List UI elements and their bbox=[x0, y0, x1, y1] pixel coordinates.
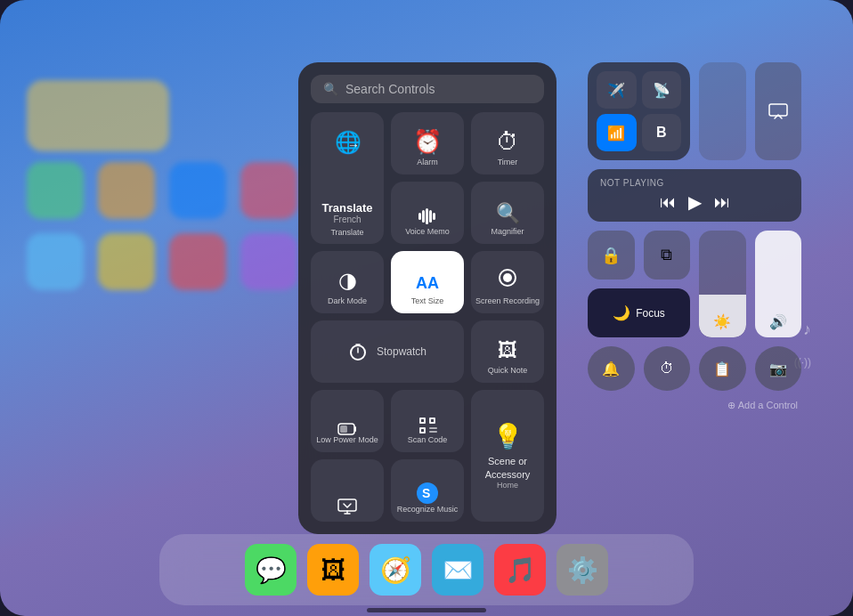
blur-icon-7 bbox=[169, 233, 226, 290]
translate-icon: 🌐 → bbox=[331, 128, 363, 166]
scan-code-icon bbox=[418, 416, 437, 435]
screen-recording-label: Screen Recording bbox=[475, 296, 540, 306]
volume-slider[interactable]: 🔊 bbox=[755, 231, 802, 337]
text-size-label: Text Size bbox=[411, 296, 444, 306]
network-block: ✈️ 📡 📶 B bbox=[588, 62, 690, 160]
timer-label: Timer bbox=[498, 158, 518, 167]
dark-mode-label: Dark Mode bbox=[328, 296, 367, 306]
scan-code-label: Scan Code bbox=[408, 435, 448, 445]
dark-mode-control[interactable]: ◑ Dark Mode bbox=[311, 251, 384, 313]
low-power-control[interactable]: Low Power Mode bbox=[311, 390, 384, 452]
home-indicator bbox=[367, 608, 486, 612]
camera-button[interactable]: 📷 bbox=[755, 346, 802, 391]
translate-label: Translate bbox=[318, 228, 377, 237]
quick-note-control[interactable]: 🖼 Quick Note bbox=[471, 320, 544, 383]
blur-icon-1 bbox=[27, 162, 84, 219]
svg-rect-14 bbox=[354, 426, 356, 432]
screen-recording-icon bbox=[498, 268, 517, 293]
notes-button[interactable]: 📋 bbox=[699, 346, 746, 391]
blur-icon-2 bbox=[98, 162, 155, 219]
dock-photos[interactable]: 🖼 bbox=[307, 544, 359, 596]
recognize-music-label: Recognize Music bbox=[397, 505, 459, 515]
translate-subtitle: French bbox=[318, 215, 377, 224]
next-track-button[interactable]: ⏭ bbox=[714, 193, 730, 212]
stopwatch-control[interactable]: Stopwatch bbox=[311, 320, 464, 383]
scene-accessory-control[interactable]: 💡 Scene or Accessory Home bbox=[471, 390, 544, 522]
alarm-label: Alarm bbox=[417, 158, 438, 167]
quick-note-label: Quick Note bbox=[488, 366, 528, 376]
focus-label: Focus bbox=[636, 307, 665, 320]
svg-rect-21 bbox=[421, 429, 424, 432]
empty-slot bbox=[699, 62, 746, 160]
svg-text:S: S bbox=[422, 486, 430, 500]
low-power-icon bbox=[337, 423, 357, 435]
left-panel-blurred bbox=[27, 80, 276, 290]
magnifier-control[interactable]: 🔍 Magnifier bbox=[471, 182, 544, 244]
bell-button[interactable]: 🔔 bbox=[588, 346, 635, 391]
recognize-music-control[interactable]: S Recognize Music bbox=[391, 459, 464, 522]
dock-messages[interactable]: 💬 bbox=[245, 544, 297, 596]
scan-code-control[interactable]: Scan Code bbox=[391, 390, 464, 452]
moon-icon: 🌙 bbox=[613, 304, 630, 321]
svg-rect-3 bbox=[418, 213, 421, 220]
timer-control[interactable]: ⏱ Timer bbox=[471, 112, 544, 174]
dock: 💬 🖼 🧭 ✉️ 🎵 ⚙️ bbox=[159, 534, 694, 605]
svg-rect-20 bbox=[431, 419, 434, 422]
play-pause-button[interactable]: ▶ bbox=[688, 191, 702, 213]
magnifier-label: Magnifier bbox=[491, 227, 524, 237]
dock-music[interactable]: 🎵 bbox=[494, 544, 546, 596]
blur-icon-8 bbox=[240, 233, 297, 290]
quick-note-icon: 🖼 bbox=[498, 339, 517, 362]
svg-text:→: → bbox=[347, 138, 360, 152]
bottom-controls-row: 🔔 ⏱ 📋 📷 bbox=[588, 346, 801, 391]
add-control-label[interactable]: ⊕ Add a Control bbox=[588, 400, 801, 411]
blur-icon-6 bbox=[98, 233, 155, 290]
focus-button[interactable]: 🌙 Focus bbox=[588, 288, 690, 337]
search-bar[interactable]: 🔍 Search Controls bbox=[311, 75, 544, 103]
scene-icon: 💡 bbox=[492, 422, 524, 451]
text-size-icon: AA bbox=[416, 274, 439, 293]
stopwatch-label: Stopwatch bbox=[377, 345, 426, 358]
svg-rect-5 bbox=[426, 208, 428, 224]
wifi-button[interactable]: 📶 bbox=[597, 114, 637, 151]
brightness-icon: ☀️ bbox=[713, 313, 731, 330]
search-icon: 🔍 bbox=[323, 82, 338, 96]
shazam-icon: S bbox=[416, 482, 439, 505]
svg-rect-4 bbox=[422, 210, 425, 223]
timer-button[interactable]: ⏱ bbox=[644, 346, 691, 391]
screen-recording-control[interactable]: Screen Recording bbox=[471, 251, 544, 313]
hotspot-button[interactable]: 📡 bbox=[642, 71, 682, 109]
voice-memo-icon bbox=[417, 206, 438, 227]
screen-mirroring-icon bbox=[337, 498, 357, 515]
blurred-icons bbox=[27, 162, 276, 290]
svg-rect-6 bbox=[429, 210, 432, 223]
stopwatch-icon bbox=[348, 342, 368, 361]
dark-mode-icon: ◑ bbox=[338, 268, 357, 293]
dock-safari[interactable]: 🧭 bbox=[370, 544, 421, 596]
blur-icon-5 bbox=[27, 233, 84, 290]
screen-mirroring-control[interactable] bbox=[311, 459, 384, 522]
screen-mirror-button[interactable]: ⧉ bbox=[644, 231, 691, 280]
screen-lock-button[interactable]: 🔒 bbox=[588, 231, 635, 280]
dock-mail[interactable]: ✉️ bbox=[432, 544, 483, 596]
svg-rect-19 bbox=[421, 419, 424, 422]
translate-control[interactable]: 🌐 → Translate French Translate bbox=[311, 112, 384, 244]
svg-rect-7 bbox=[433, 213, 435, 220]
search-controls-panel: 🔍 Search Controls 🌐 → Translate French T… bbox=[298, 62, 556, 534]
brightness-slider[interactable]: ☀️ bbox=[699, 231, 746, 337]
bluetooth-button[interactable]: B bbox=[642, 114, 682, 151]
low-power-label: Low Power Mode bbox=[316, 435, 378, 445]
airplay-button[interactable] bbox=[755, 62, 802, 160]
svg-point-9 bbox=[503, 273, 512, 282]
text-size-control[interactable]: AA Text Size bbox=[391, 251, 464, 313]
voice-memo-control[interactable]: Voice Memo bbox=[391, 182, 464, 244]
translate-title: Translate bbox=[318, 201, 377, 215]
prev-track-button[interactable]: ⏮ bbox=[660, 193, 676, 212]
controls-grid: 🌐 → Translate French Translate ⏰ Alarm ⏱… bbox=[311, 112, 544, 522]
alarm-control[interactable]: ⏰ Alarm bbox=[391, 112, 464, 174]
dock-settings[interactable]: ⚙️ bbox=[556, 544, 608, 596]
timer-icon: ⏱ bbox=[496, 128, 519, 156]
airplane-mode-button[interactable]: ✈️ bbox=[597, 71, 637, 109]
volume-icon: 🔊 bbox=[769, 313, 787, 330]
scene-name: Scene or Accessory bbox=[480, 455, 535, 481]
